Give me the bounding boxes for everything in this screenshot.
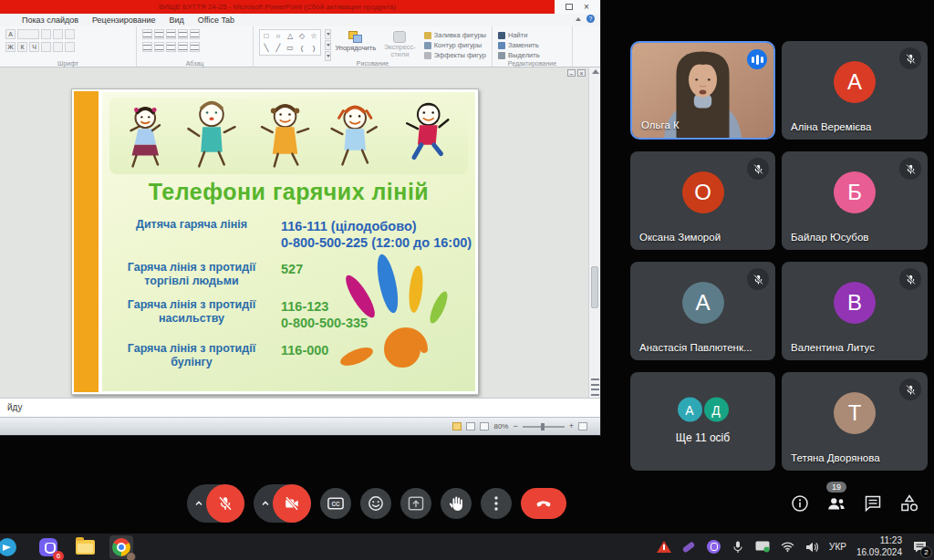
tray-pen-icon[interactable]: [681, 540, 696, 555]
font-size-box[interactable]: [17, 29, 39, 39]
select-button[interactable]: Выделить: [498, 51, 540, 59]
raise-hand-button[interactable]: [441, 488, 472, 519]
numbering-icon[interactable]: [154, 29, 164, 39]
find-button[interactable]: Найти: [498, 31, 540, 39]
shape-effects-button[interactable]: Эффекты фигур: [424, 51, 486, 59]
tab-view[interactable]: Вид: [169, 16, 183, 25]
justify-icon[interactable]: [178, 42, 188, 52]
indent-increase-icon[interactable]: [178, 29, 188, 39]
shape-line2-icon[interactable]: ╱: [273, 43, 284, 54]
participant-overflow-tile[interactable]: А Д Ще 11 осіб: [630, 372, 775, 471]
notification-center-icon[interactable]: 2: [912, 540, 927, 555]
replace-button[interactable]: Заменить: [498, 41, 540, 49]
shape-rect-icon[interactable]: □: [261, 31, 272, 42]
tray-volume-icon[interactable]: [804, 540, 819, 555]
participant-tile[interactable]: А Анастасія Павлютенк...: [630, 262, 775, 360]
zoom-out-icon[interactable]: −: [513, 422, 517, 430]
normal-view-icon[interactable]: [452, 422, 462, 430]
camera-options-chevron-icon[interactable]: [260, 498, 271, 509]
italic-icon[interactable]: К: [17, 42, 27, 52]
slideshow-view-icon[interactable]: [480, 422, 489, 430]
present-screen-button[interactable]: [400, 488, 431, 519]
hotline-row: Гаряча лінія з протидії булінгу 116-000: [115, 342, 475, 369]
zoom-slider[interactable]: [523, 426, 565, 428]
mic-off-button[interactable]: [206, 484, 244, 523]
indent-decrease-icon[interactable]: [166, 29, 176, 39]
participant-tile-olga[interactable]: Ольга К: [630, 41, 775, 140]
tray-display-share-icon[interactable]: [755, 540, 770, 555]
more-options-button[interactable]: [481, 488, 512, 519]
people-button[interactable]: 19: [826, 493, 846, 513]
shape-brace-right-icon[interactable]: ): [308, 43, 319, 54]
slide-nav-buttons[interactable]: [591, 379, 599, 396]
shape-ellipse-icon[interactable]: ○: [273, 31, 284, 42]
spacing-icon[interactable]: [53, 42, 63, 52]
doc-minimize-icon[interactable]: ‒: [567, 69, 576, 77]
font-name-icon[interactable]: А: [5, 29, 16, 39]
keyboard-language[interactable]: УКР: [829, 542, 846, 552]
restore-window-icon[interactable]: [566, 4, 573, 10]
shape-star-icon[interactable]: ☆: [308, 31, 319, 42]
tray-wifi-icon[interactable]: [780, 540, 794, 555]
tab-review[interactable]: Рецензирование: [92, 16, 156, 25]
shape-brace-left-icon[interactable]: (: [296, 43, 307, 54]
tab-office-tab[interactable]: Office Tab: [198, 16, 234, 25]
participant-tile[interactable]: Т Тетяна Дворянова: [782, 372, 928, 471]
underline-icon[interactable]: Ч: [29, 42, 39, 52]
reactions-button[interactable]: [360, 488, 391, 519]
quick-styles-button[interactable]: Экспресс-стили: [379, 29, 420, 58]
shape-rounded-icon[interactable]: ▭: [285, 43, 296, 54]
shadow-icon[interactable]: [41, 42, 51, 52]
align-left-icon[interactable]: [142, 42, 152, 52]
tray-microphone-icon[interactable]: [731, 540, 745, 555]
doc-close-icon[interactable]: ×: [577, 69, 586, 77]
taskbar-clock[interactable]: 11:23 16.09.2024: [856, 535, 902, 558]
participant-tile[interactable]: О Оксана Зиморой: [630, 151, 775, 250]
align-right-icon[interactable]: [166, 42, 176, 52]
notes-pane[interactable]: йду: [0, 398, 600, 417]
participant-tile[interactable]: А Аліна Веремієва: [782, 41, 928, 140]
captions-button[interactable]: CC: [320, 488, 351, 519]
fit-to-window-icon[interactable]: [578, 422, 587, 430]
shape-triangle-icon[interactable]: △: [285, 31, 296, 42]
line-spacing-icon[interactable]: [190, 29, 200, 39]
taskbar-viber-icon[interactable]: 6: [36, 535, 60, 559]
mic-options-chevron-icon[interactable]: [193, 498, 204, 509]
bullets-icon[interactable]: [142, 29, 152, 39]
camera-off-button[interactable]: [273, 484, 311, 523]
shapes-gallery-scroll[interactable]: [325, 29, 331, 61]
taskbar-telegram-icon[interactable]: [0, 535, 24, 559]
taskbar-explorer-icon[interactable]: [73, 535, 97, 559]
chat-button[interactable]: [863, 493, 883, 513]
arrange-button[interactable]: Упорядочить: [335, 29, 376, 52]
close-window-icon[interactable]: ×: [584, 3, 589, 12]
align-center-icon[interactable]: [154, 42, 164, 52]
participant-tile[interactable]: Б Байлар Юсубов: [782, 151, 928, 250]
vertical-scrollbar[interactable]: [588, 67, 600, 398]
tab-slideshow[interactable]: Показ слайдов: [22, 16, 78, 25]
meeting-details-button[interactable]: [790, 493, 810, 513]
columns-icon[interactable]: [190, 42, 200, 52]
clear-format-icon[interactable]: [65, 29, 75, 39]
scrollbar-thumb[interactable]: [591, 266, 598, 308]
shape-outline-button[interactable]: Контур фигуры: [424, 41, 486, 49]
participant-tile[interactable]: В Валентина Литус: [782, 262, 928, 360]
case-icon[interactable]: [65, 42, 75, 52]
taskbar-chrome-icon[interactable]: [109, 535, 133, 559]
shape-fill-button[interactable]: Заливка фигуры: [424, 31, 486, 39]
tray-viber-icon[interactable]: [706, 540, 721, 555]
scroll-up-icon[interactable]: [592, 69, 599, 74]
help-icon[interactable]: ?: [586, 15, 595, 23]
activities-button[interactable]: [899, 493, 919, 513]
shrink-font-icon[interactable]: [53, 29, 63, 39]
shape-diamond-icon[interactable]: ◇: [296, 31, 307, 42]
sorter-view-icon[interactable]: [466, 422, 475, 430]
collapse-ribbon-icon[interactable]: [576, 17, 581, 21]
bold-icon[interactable]: Ж: [5, 42, 16, 52]
grow-font-icon[interactable]: [41, 29, 51, 39]
shape-line-icon[interactable]: ╲: [261, 43, 272, 54]
tray-warning-icon[interactable]: [657, 540, 671, 555]
shapes-gallery[interactable]: □ ○ △ ◇ ☆ ╲ ╱ ▭ ( ): [259, 29, 321, 56]
zoom-in-icon[interactable]: +: [569, 422, 574, 430]
end-call-button[interactable]: [521, 488, 566, 519]
